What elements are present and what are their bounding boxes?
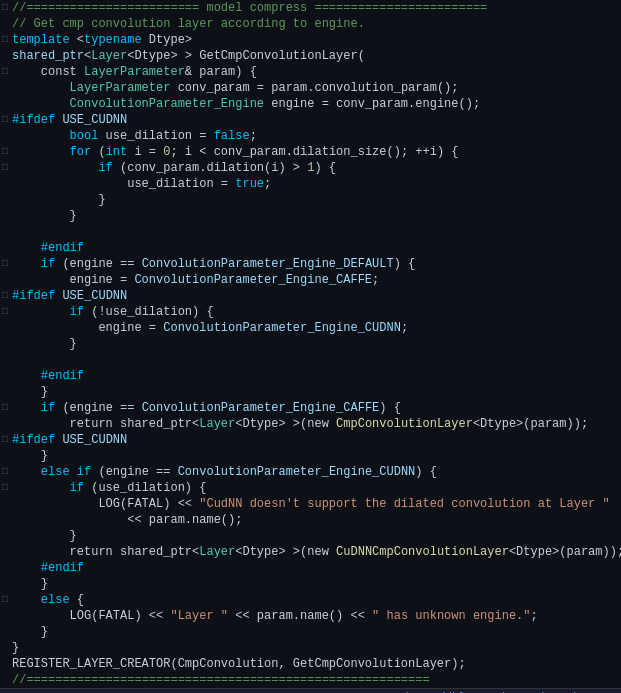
fold-button[interactable]	[0, 560, 10, 576]
fold-button[interactable]	[0, 512, 10, 528]
code-token: ;	[401, 321, 408, 335]
fold-button[interactable]	[0, 208, 10, 224]
code-token: }	[12, 529, 77, 543]
fold-button[interactable]	[0, 448, 10, 464]
fold-button[interactable]	[0, 16, 10, 32]
fold-button[interactable]: □	[0, 288, 10, 304]
line-content: }	[10, 208, 621, 224]
code-line: bool use_dilation = false;	[0, 128, 621, 144]
fold-button[interactable]	[0, 416, 10, 432]
line-content: use_dilation = true;	[10, 176, 621, 192]
code-line: LOG(FATAL) << "Layer " << param.name() <…	[0, 608, 621, 624]
fold-button[interactable]	[0, 640, 10, 656]
line-content: //======================================…	[10, 672, 621, 688]
fold-button[interactable]: □	[0, 64, 10, 80]
fold-button[interactable]	[0, 48, 10, 64]
code-token: ; i < conv_param.dilation_size(); ++i) {	[170, 145, 458, 159]
fold-button[interactable]	[0, 192, 10, 208]
fold-button[interactable]: □	[0, 464, 10, 480]
fold-button[interactable]	[0, 624, 10, 640]
fold-button[interactable]	[0, 576, 10, 592]
fold-button[interactable]: □	[0, 592, 10, 608]
code-line: //======================================…	[0, 672, 621, 688]
line-content: if (!use_dilation) {	[10, 304, 621, 320]
code-token: engine =	[12, 321, 163, 335]
code-token: ConvolutionParameter_Engine_DEFAULT	[142, 257, 394, 271]
fold-button[interactable]	[0, 384, 10, 400]
fold-button[interactable]	[0, 656, 10, 672]
code-line: □ for (int i = 0; i < conv_param.dilatio…	[0, 144, 621, 160]
code-token: <Dtype> >(new	[235, 545, 336, 559]
fold-button[interactable]: □	[0, 432, 10, 448]
fold-button[interactable]	[0, 528, 10, 544]
fold-button[interactable]	[0, 80, 10, 96]
code-token: else if	[41, 465, 91, 479]
fold-button[interactable]	[0, 240, 10, 256]
fold-button[interactable]	[0, 320, 10, 336]
fold-button[interactable]	[0, 96, 10, 112]
line-content: else {	[10, 592, 621, 608]
code-token: bool	[70, 129, 99, 143]
fold-button[interactable]: □	[0, 112, 10, 128]
line-content: else if (engine == ConvolutionParameter_…	[10, 464, 621, 480]
code-token: ======================== model compress …	[26, 1, 487, 15]
code-token: use_dilation =	[12, 177, 235, 191]
line-content: }	[10, 576, 621, 592]
code-token: LayerParameter	[84, 65, 185, 79]
code-token: if	[41, 401, 55, 415]
fold-button[interactable]	[0, 496, 10, 512]
fold-button[interactable]	[0, 608, 10, 624]
fold-button[interactable]: □	[0, 32, 10, 48]
fold-button[interactable]: □	[0, 256, 10, 272]
line-content: shared_ptr<Layer<Dtype> > GetCmpConvolut…	[10, 48, 621, 64]
code-token: engine = conv_param.engine();	[264, 97, 480, 111]
code-token: <Dtype>(param));	[509, 545, 621, 559]
bottom-bar: http://blog.csdn.net/1uo_jun2007	[0, 688, 621, 693]
line-content: }	[10, 384, 621, 400]
fold-button[interactable]: □	[0, 480, 10, 496]
fold-button[interactable]	[0, 128, 10, 144]
code-line: return shared_ptr<Layer<Dtype> >(new Cmp…	[0, 416, 621, 432]
code-token: i =	[127, 145, 163, 159]
fold-button[interactable]	[0, 368, 10, 384]
fold-button[interactable]	[0, 272, 10, 288]
code-token: <Dtype>(param));	[473, 417, 588, 431]
fold-button[interactable]: □	[0, 0, 10, 16]
fold-button[interactable]: □	[0, 144, 10, 160]
fold-button[interactable]	[0, 352, 10, 368]
fold-button[interactable]: □	[0, 304, 10, 320]
code-line: □//======================== model compre…	[0, 0, 621, 16]
fold-button[interactable]: □	[0, 400, 10, 416]
code-line: shared_ptr<Layer<Dtype> > GetCmpConvolut…	[0, 48, 621, 64]
code-token	[12, 465, 41, 479]
code-token: }	[12, 577, 48, 591]
line-content: #endif	[10, 368, 621, 384]
code-token: ;	[250, 129, 257, 143]
code-token: #ifdef	[12, 113, 62, 127]
code-line: REGISTER_LAYER_CREATOR(CmpConvolution, G…	[0, 656, 621, 672]
fold-button[interactable]	[0, 336, 10, 352]
code-line: □ if (engine == ConvolutionParameter_Eng…	[0, 256, 621, 272]
fold-button[interactable]	[0, 672, 10, 688]
code-line: }	[0, 640, 621, 656]
code-line: << param.name();	[0, 512, 621, 528]
code-token: #ifdef	[12, 433, 62, 447]
code-token: Layer	[199, 417, 235, 431]
fold-button[interactable]	[0, 224, 10, 240]
code-line: □ if (use_dilation) {	[0, 480, 621, 496]
code-line: // Get cmp convolution layer according t…	[0, 16, 621, 32]
code-line	[0, 224, 621, 240]
fold-button[interactable]: □	[0, 160, 10, 176]
code-token	[12, 593, 41, 607]
fold-button[interactable]	[0, 544, 10, 560]
fold-button[interactable]	[0, 176, 10, 192]
code-token: // Get cmp convolution layer according t…	[12, 17, 365, 31]
code-token: Layer	[199, 545, 235, 559]
code-token: LayerParameter	[70, 81, 171, 95]
code-token: "CudNN doesn't support the dilated convo…	[199, 497, 609, 511]
code-token: (conv_param.dilation(i) >	[113, 161, 307, 175]
code-token: (	[91, 145, 105, 159]
code-line: □ if (!use_dilation) {	[0, 304, 621, 320]
code-line: #endif	[0, 368, 621, 384]
code-line: }	[0, 576, 621, 592]
